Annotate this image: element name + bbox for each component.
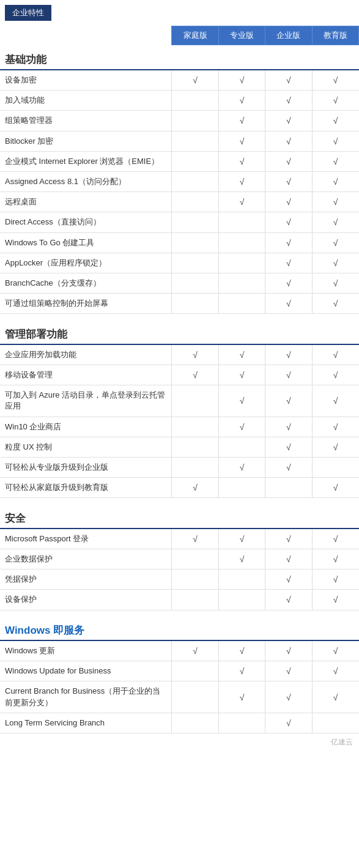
check-cell-edu: √ (312, 192, 358, 212)
check-mark: √ (286, 95, 291, 105)
check-cell-edu: √ (312, 549, 358, 569)
check-mark: √ (333, 692, 338, 702)
check-mark: √ (240, 462, 245, 472)
check-mark: √ (240, 370, 245, 380)
check-mark: √ (333, 177, 338, 187)
check-cell-ent: √ (265, 131, 312, 151)
check-cell-ent: √ (265, 590, 312, 610)
check-cell-edu: √ (312, 131, 358, 151)
feature-name-cell: 远程桌面 (0, 192, 172, 212)
check-cell-edu: √ (312, 171, 358, 191)
feature-name-cell: BranchCache（分支缓存） (0, 273, 172, 293)
check-cell-home (172, 417, 218, 437)
table-row: 设备加密√√√√ (0, 70, 359, 91)
check-mark: √ (333, 422, 338, 432)
check-mark: √ (240, 197, 245, 207)
check-cell-edu: √ (312, 640, 358, 661)
table-row: 企业数据保护√√√ (0, 549, 359, 569)
feature-name-cell: AppLocker（应用程序锁定） (0, 253, 172, 273)
check-cell-home (172, 661, 218, 681)
check-cell-pro (218, 569, 265, 590)
check-mark: √ (333, 75, 338, 85)
check-cell-pro (218, 713, 265, 733)
check-cell-edu: √ (312, 365, 358, 385)
divider-cell (0, 498, 359, 504)
col-pro: 专业版 (218, 26, 265, 45)
check-cell-ent: √ (265, 661, 312, 681)
check-cell-pro: √ (218, 640, 265, 661)
check-mark: √ (333, 534, 338, 544)
check-cell-pro: √ (218, 151, 265, 171)
table-row: AppLocker（应用程序锁定）√√ (0, 253, 359, 273)
check-mark: √ (286, 646, 291, 656)
check-mark: √ (286, 554, 291, 564)
check-cell-home (172, 385, 218, 417)
feature-name-cell: 设备加密 (0, 70, 172, 91)
col-home: 家庭版 (172, 26, 218, 45)
check-mark: √ (240, 396, 245, 406)
feature-name-cell: Bitlocker 加密 (0, 131, 172, 151)
check-mark: √ (240, 75, 245, 85)
check-cell-ent: √ (265, 549, 312, 569)
check-cell-pro (218, 273, 265, 293)
check-cell-pro: √ (218, 365, 265, 385)
check-cell-edu: √ (312, 385, 358, 417)
table-row: Win10 企业商店√√√ (0, 417, 359, 437)
check-mark: √ (193, 646, 198, 656)
check-mark: √ (286, 718, 291, 728)
check-cell-pro (218, 478, 265, 498)
section-row-basic: 基础功能 (0, 45, 359, 70)
divider-cell (0, 314, 359, 320)
table-row: 移动设备管理√√√√ (0, 365, 359, 385)
check-mark: √ (286, 299, 291, 308)
check-mark: √ (333, 217, 338, 227)
check-cell-ent: √ (265, 171, 312, 191)
check-cell-pro (218, 590, 265, 610)
section-title-security: 安全 (0, 504, 359, 529)
table-row: 可轻松从家庭版升级到教育版√√ (0, 478, 359, 498)
check-cell-pro (218, 253, 265, 273)
feature-name-cell: 企业模式 Internet Explorer 浏览器（EMIE） (0, 151, 172, 171)
check-mark: √ (286, 177, 291, 187)
check-mark: √ (333, 197, 338, 207)
check-cell-ent: √ (265, 111, 312, 131)
check-mark: √ (240, 350, 245, 360)
footer-brand: 亿速云 (0, 733, 359, 751)
check-mark: √ (286, 595, 291, 604)
check-cell-pro: √ (218, 192, 265, 212)
check-cell-home (172, 294, 218, 314)
section-row-security: 安全 (0, 504, 359, 529)
check-cell-ent: √ (265, 365, 312, 385)
check-cell-edu: √ (312, 111, 358, 131)
check-mark: √ (286, 116, 291, 125)
feature-name-cell: 加入域功能 (0, 91, 172, 111)
check-cell-ent: √ (265, 569, 312, 590)
check-cell-edu: √ (312, 529, 358, 549)
check-mark: √ (286, 666, 291, 676)
check-mark: √ (333, 396, 338, 406)
check-cell-home (172, 273, 218, 293)
check-mark: √ (333, 136, 338, 146)
check-mark: √ (286, 217, 291, 227)
check-cell-home (172, 569, 218, 590)
check-cell-edu: √ (312, 478, 358, 498)
check-mark: √ (333, 278, 338, 288)
check-cell-pro: √ (218, 549, 265, 569)
check-cell-edu: √ (312, 569, 358, 590)
check-cell-home (172, 549, 218, 569)
feature-name-cell: 凭据保护 (0, 569, 172, 590)
check-mark: √ (240, 157, 245, 166)
table-header-row: 家庭版 专业版 企业版 教育版 (0, 26, 359, 45)
check-cell-ent: √ (265, 457, 312, 477)
check-mark: √ (333, 666, 338, 676)
table-row: 可通过组策略控制的开始屏幕√√ (0, 294, 359, 314)
check-cell-home: √ (172, 640, 218, 661)
check-cell-edu: √ (312, 344, 358, 365)
check-mark: √ (286, 157, 291, 166)
check-mark: √ (193, 534, 198, 544)
check-cell-ent: √ (265, 344, 312, 365)
check-cell-home (172, 192, 218, 212)
check-mark: √ (286, 574, 291, 584)
check-mark: √ (333, 595, 338, 604)
check-cell-home (172, 437, 218, 457)
